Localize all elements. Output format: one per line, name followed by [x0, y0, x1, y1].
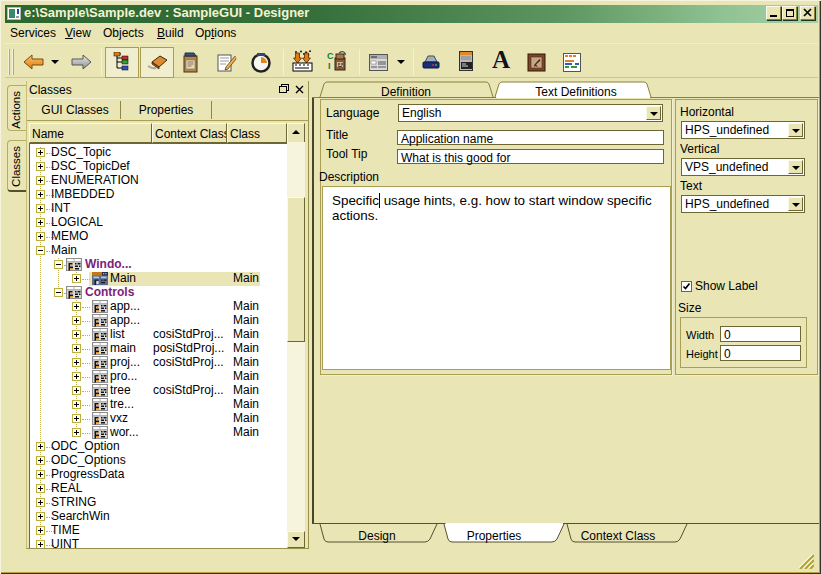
- svg-text:I: I: [328, 61, 331, 71]
- svg-text:C: C: [327, 51, 334, 61]
- svg-text:A: A: [492, 51, 510, 71]
